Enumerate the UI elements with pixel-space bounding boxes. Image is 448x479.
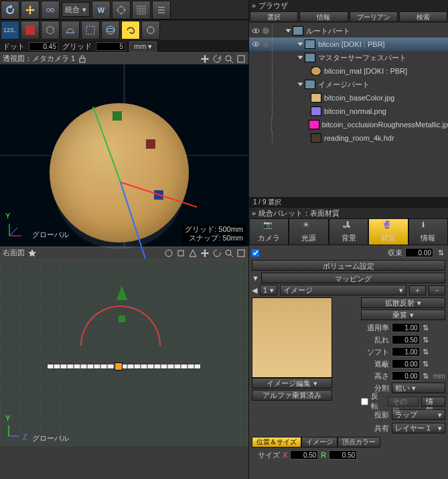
expand-icon[interactable] [298,43,303,46]
globe-button[interactable] [101,21,120,40]
region-button[interactable] [81,21,100,40]
chevron2-icon: » [252,209,256,217]
palette-tab-カメラ[interactable]: 📷カメラ [249,218,289,245]
tree-row-8[interactable]: reading_room_4k.hdr [249,131,448,145]
browser-tab-0[interactable]: 選択 [250,11,298,22]
prop-input-4[interactable] [392,371,420,381]
refresh-button[interactable] [1,1,19,19]
mapping-header[interactable]: マッピング [261,273,445,283]
vp2-zoom-icon[interactable] [224,249,234,258]
swatch-blue-button[interactable]: 123.. [1,21,19,40]
tree-row-0[interactable]: ルートパート [249,24,448,38]
cam-lock-icon[interactable] [78,54,87,64]
vp2-b-icon[interactable] [176,249,185,258]
svg-point-9 [226,56,231,61]
mult-dd[interactable]: 乗算▾ [361,310,445,320]
expand-icon[interactable] [286,29,291,33]
tree-label: reading_room_4k.hdr [324,134,394,142]
prop-input-2[interactable] [392,347,420,356]
alpha-dd[interactable]: アルファ乗算済み [252,390,332,401]
vp2-max-icon[interactable] [236,249,246,258]
prop-dd-5[interactable]: 粗い ▾ [392,383,445,393]
render-dot-icon[interactable] [263,41,269,48]
list-button[interactable] [152,1,171,19]
cube-button[interactable] [41,21,60,40]
vp2-c-icon[interactable] [188,249,198,258]
target-button[interactable] [112,1,131,19]
map-add-button[interactable]: ＋ [409,285,426,295]
prop-input-0[interactable] [392,323,420,332]
svg-point-0 [47,9,50,12]
tree-row-4[interactable]: イメージパート [249,78,448,91]
svg-point-5 [106,26,115,34]
shrink-cb[interactable] [252,249,259,257]
other-button[interactable]: その他 [388,397,419,407]
subtab-possize[interactable]: 位置＆サイズ [252,437,301,448]
dot-input[interactable] [29,42,58,51]
tree-row-1[interactable]: bitcoin [DOKI : PBR] [249,38,448,51]
viewport-right[interactable]: YZ グローバル [0,259,248,446]
tree-row-6[interactable]: bitcoin_normal.png [249,105,448,118]
subtab-vcolor[interactable]: 頂点カラー [338,437,380,448]
expand-icon[interactable] [298,56,303,60]
swatch-red-button[interactable] [21,21,40,40]
browser-tab-3[interactable]: 検索 [399,11,447,22]
vp-rotate-icon[interactable] [212,54,222,64]
visibility-icon[interactable] [252,27,260,35]
tool-w-button[interactable]: W [92,1,110,19]
link-button[interactable] [41,1,60,19]
vp-move-icon[interactable] [200,54,210,64]
palette-tab-情報[interactable]: ℹ情報 [408,218,448,245]
map-index-dd[interactable]: 1▾ [260,285,277,295]
viewport-perspective[interactable]: Y グローバル グリッド: 500mm スナップ: 50mm [0,64,248,247]
palette-tab-材質[interactable]: 🔮材質 [368,218,408,245]
move-button[interactable] [21,1,40,19]
volume-header[interactable]: ボリューム設定 [252,260,445,271]
palette-tab-背景[interactable]: 🏞背景 [329,218,368,245]
browser-tab-2[interactable]: ブーリアン [350,11,398,22]
grid-input[interactable] [96,42,125,51]
snap-mode-dropdown[interactable]: 統合▾ [62,2,90,17]
visibility-icon[interactable] [252,40,260,48]
size-y-input[interactable] [329,450,357,460]
vp2-a-icon[interactable] [164,249,173,258]
texture-thumb[interactable] [252,297,332,378]
circle-sel-button[interactable] [141,21,160,40]
prop-input-3[interactable] [392,359,420,368]
map-type-dd[interactable]: イメージ▾ [280,285,406,295]
render-dot-icon[interactable] [263,27,269,34]
tree-row-2[interactable]: マスターサーフェスパート [249,51,448,64]
grid-button[interactable] [132,1,151,19]
svg-point-1 [51,9,54,12]
palette-tab-icon: ☀ [303,220,315,232]
grid-readout: グリッド: 500mm [185,225,243,234]
shrink-input[interactable] [405,248,433,257]
svg-point-2 [118,7,125,13]
share-dd[interactable]: レイヤー 1▾ [392,423,445,433]
palette-tab-光源[interactable]: ☀光源 [289,218,328,245]
diffuse-dd[interactable]: 拡散反射▾ [361,297,445,308]
unit-dropdown[interactable]: mm ▾ [129,42,157,52]
tree-row-7[interactable]: bitcoin_occlusionRoughnessMetallic.jp [249,118,448,131]
size-x-input[interactable] [290,450,318,460]
vp-max-icon[interactable] [236,54,246,64]
vp2-move-icon[interactable] [200,249,210,258]
prop-input-1[interactable] [392,335,420,344]
vp2-rotate-icon[interactable] [212,249,222,258]
reverse-cb[interactable] [361,398,368,405]
image-edit-dd[interactable]: イメージ編集 ▾ [252,378,332,389]
subtab-image[interactable]: イメージ [301,437,338,448]
info-button[interactable]: 情報 [421,397,445,407]
map-del-button[interactable]: － [429,285,445,295]
browser-tab-1[interactable]: 情報 [299,11,348,22]
vp-zoom-icon[interactable] [224,54,234,64]
expand-icon[interactable] [298,83,303,86]
mesh-button[interactable] [61,21,80,40]
prop-label-4: 高さ [361,371,389,381]
scene-tree[interactable]: ルートパートbitcoin [DOKI : PBR]マスターサーフェスパートbi… [249,23,448,197]
tree-row-3[interactable]: bitcoin_mat [DOKI : PBR] [249,64,448,78]
tree-row-5[interactable]: bitcoin_baseColor.jpg [249,91,448,105]
lasso-button[interactable] [121,21,140,40]
node-swatch-icon [309,120,319,129]
vp2-star-icon[interactable] [27,249,37,258]
